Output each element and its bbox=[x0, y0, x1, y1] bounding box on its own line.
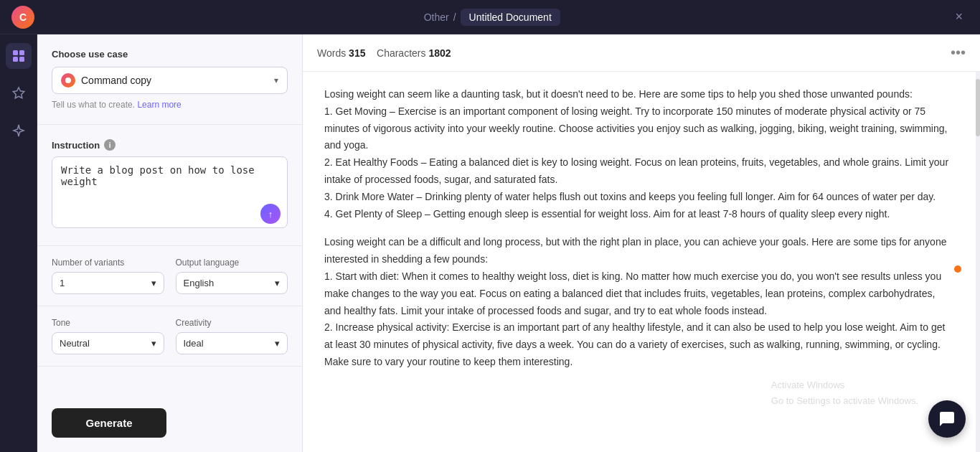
language-value: English bbox=[184, 278, 215, 288]
use-case-left: Command copy bbox=[61, 73, 151, 88]
svg-rect-2 bbox=[13, 57, 18, 62]
doc-content: Losing weight can seem like a daunting t… bbox=[303, 72, 976, 452]
generate-button[interactable]: Generate bbox=[52, 408, 166, 438]
variants-label: Number of variants bbox=[52, 258, 164, 268]
textarea-submit-button[interactable]: ↑ bbox=[260, 204, 281, 224]
variants-value: 1 bbox=[60, 278, 65, 288]
topbar: C Other / Untitled Document × bbox=[0, 0, 980, 34]
options-row-1: Number of variants 1 ▾ Output language E… bbox=[37, 246, 302, 306]
doc-paragraph-1: Losing weight can seem like a daunting t… bbox=[324, 86, 954, 222]
chars-value: 1802 bbox=[428, 47, 451, 59]
generate-section: Generate bbox=[37, 394, 302, 452]
submit-arrow-icon: ↑ bbox=[268, 209, 273, 220]
topbar-center: Other / Untitled Document bbox=[424, 9, 560, 26]
use-case-icon bbox=[61, 73, 75, 88]
breadcrumb-category: Other bbox=[424, 11, 449, 23]
topbar-left: C bbox=[11, 6, 34, 29]
language-chevron: ▾ bbox=[275, 278, 280, 288]
magic-icon bbox=[11, 123, 26, 138]
hint-text: Tell us what to create. Learn more bbox=[52, 100, 288, 110]
chars-label: Characters bbox=[377, 47, 425, 59]
variants-group: Number of variants 1 ▾ bbox=[52, 258, 164, 294]
instruction-textarea[interactable]: Write a blog post on how to lose weight bbox=[52, 156, 288, 228]
creativity-chevron: ▾ bbox=[275, 338, 280, 349]
grid-icon-button[interactable] bbox=[6, 43, 32, 69]
textarea-wrapper: Write a blog post on how to lose weight … bbox=[52, 156, 288, 231]
tone-label: Tone bbox=[52, 318, 164, 328]
windows-watermark: Activate WindowsGo to Settings to activa… bbox=[771, 377, 918, 409]
star-icon bbox=[11, 86, 26, 100]
chat-icon bbox=[938, 410, 956, 428]
options-row-2: Tone Neutral ▾ Creativity Ideal ▾ bbox=[37, 306, 302, 367]
tone-group: Tone Neutral ▾ bbox=[52, 318, 164, 354]
doc-paragraph-2: Losing weight can be a difficult and lon… bbox=[324, 234, 954, 370]
magic-icon-button[interactable] bbox=[6, 118, 32, 143]
scrollbar-thumb[interactable] bbox=[976, 79, 980, 136]
right-panel: Words 315 Characters 1802 ••• Losing wei… bbox=[303, 34, 980, 452]
chevron-down-icon: ▾ bbox=[274, 75, 278, 85]
use-case-value: Command copy bbox=[81, 75, 151, 86]
doc-toolbar: Words 315 Characters 1802 ••• bbox=[303, 34, 980, 72]
chat-button[interactable] bbox=[928, 400, 966, 438]
creativity-value: Ideal bbox=[184, 338, 204, 349]
variants-chevron: ▾ bbox=[151, 278, 156, 288]
info-icon[interactable]: i bbox=[104, 139, 116, 151]
grid-icon bbox=[11, 49, 26, 63]
creativity-select[interactable]: Ideal ▾ bbox=[176, 332, 288, 354]
tone-select[interactable]: Neutral ▾ bbox=[52, 332, 164, 354]
svg-rect-3 bbox=[19, 57, 24, 62]
learn-more-link[interactable]: Learn more bbox=[137, 100, 181, 110]
use-case-section: Choose use case Command copy ▾ Tell us w… bbox=[37, 34, 302, 125]
tone-chevron: ▾ bbox=[151, 338, 156, 349]
topbar-right: × bbox=[949, 6, 969, 27]
star-icon-button[interactable] bbox=[6, 80, 32, 106]
app-logo[interactable]: C bbox=[11, 6, 34, 29]
document-title[interactable]: Untitled Document bbox=[461, 9, 560, 26]
instruction-label: Instruction i bbox=[52, 139, 288, 151]
svg-rect-1 bbox=[19, 50, 24, 55]
language-group: Output language English ▾ bbox=[176, 258, 288, 294]
orange-dot-1 bbox=[954, 265, 961, 273]
tone-value: Neutral bbox=[60, 338, 90, 349]
creativity-label: Creativity bbox=[176, 318, 288, 328]
words-label: Words bbox=[317, 47, 346, 59]
words-value: 315 bbox=[349, 47, 365, 59]
icon-bar bbox=[0, 34, 37, 452]
variants-select[interactable]: 1 ▾ bbox=[52, 272, 164, 294]
creativity-group: Creativity Ideal ▾ bbox=[176, 318, 288, 354]
use-case-label: Choose use case bbox=[52, 49, 288, 60]
main-layout: Choose use case Command copy ▾ Tell us w… bbox=[0, 34, 980, 452]
more-options-button[interactable]: ••• bbox=[951, 44, 966, 61]
svg-rect-0 bbox=[13, 50, 18, 55]
instruction-section: Instruction i Write a blog post on how t… bbox=[37, 125, 302, 246]
scrollbar[interactable] bbox=[976, 72, 980, 452]
language-select[interactable]: English ▾ bbox=[176, 272, 288, 294]
close-button[interactable]: × bbox=[949, 6, 969, 27]
language-label: Output language bbox=[176, 258, 288, 268]
use-case-select[interactable]: Command copy ▾ bbox=[52, 67, 288, 94]
breadcrumb-separator: / bbox=[453, 11, 456, 23]
left-panel: Choose use case Command copy ▾ Tell us w… bbox=[37, 34, 303, 452]
doc-stats: Words 315 Characters 1802 bbox=[317, 47, 451, 59]
